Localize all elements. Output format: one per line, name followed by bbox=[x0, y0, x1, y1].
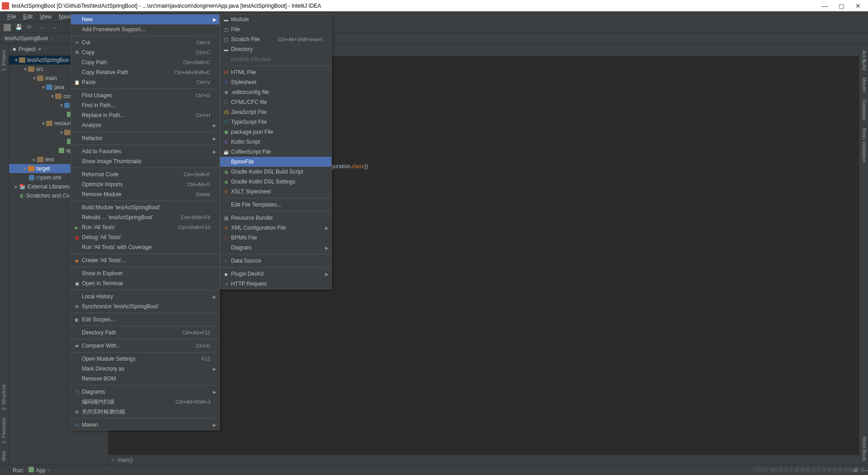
menu-item[interactable]: 📋PasteCtrl+V bbox=[71, 77, 219, 87]
menu-item[interactable]: Copy Relative PathCtrl+Alt+Shift+C bbox=[71, 67, 219, 77]
menu-item[interactable]: ⟳Synchronize 'testActSpringBoot' bbox=[71, 301, 219, 311]
menu-item[interactable]: ⧉CopyCtrl+C bbox=[71, 47, 219, 57]
menu-item[interactable]: CCFML/CFC file bbox=[220, 97, 331, 107]
right-tool-rail: Ant Build Maven Database Bean Validation… bbox=[859, 44, 868, 465]
menu-item[interactable]: Diagram▶ bbox=[220, 243, 331, 253]
rail-bean[interactable]: Bean Validation bbox=[859, 124, 868, 166]
editor-breadcrumb: › main() bbox=[108, 455, 859, 465]
menu-item[interactable]: JSJavaScript File bbox=[220, 107, 331, 117]
menu-item[interactable]: ☕CoffeeScript File bbox=[220, 147, 331, 157]
menu-item[interactable]: HHTML File bbox=[220, 67, 331, 77]
menu-item[interactable]: ⬢package.json File bbox=[220, 127, 331, 137]
check-icon: ✔ bbox=[862, 58, 866, 64]
bc-main[interactable]: main() bbox=[118, 457, 133, 463]
forward-icon[interactable]: → bbox=[51, 24, 58, 31]
menu-item[interactable]: ✂CutCtrl+X bbox=[71, 38, 219, 47]
menu-item[interactable]: 编码规约扫描Ctrl+Alt+Shift+J bbox=[71, 397, 219, 407]
menu-item[interactable]: ▶Run 'All Tests'Ctrl+Shift+F10 bbox=[71, 222, 219, 232]
menu-file[interactable]: File bbox=[4, 14, 19, 20]
menu-item[interactable]: ⬚Diagrams▶ bbox=[71, 387, 219, 397]
menu-item[interactable]: ▢File bbox=[220, 24, 331, 34]
menu-item[interactable]: Edit File Templates... bbox=[220, 200, 331, 210]
chevron-down-icon[interactable]: ▾ bbox=[38, 46, 41, 52]
window-controls: — ▢ ✕ bbox=[821, 2, 866, 9]
menu-item[interactable]: ▣Open in Terminal bbox=[71, 278, 219, 288]
menu-item[interactable]: Find UsagesCtrl+G bbox=[71, 90, 219, 100]
menu-item[interactable]: Refactor▶ bbox=[71, 133, 219, 143]
menu-edit[interactable]: Edit bbox=[19, 14, 36, 20]
menu-item[interactable]: Add Framework Support... bbox=[71, 24, 219, 34]
menu-item[interactable]: Directory PathCtrl+Alt+F12 bbox=[71, 328, 219, 338]
menu-item[interactable]: Remove ModuleDelete bbox=[71, 189, 219, 199]
sync-icon[interactable]: ⟳ bbox=[27, 24, 34, 31]
run-label: Run: bbox=[13, 467, 24, 474]
menu-item[interactable]: mMaven▶ bbox=[71, 420, 219, 430]
menu-item[interactable]: Rebuild ... 'testActSpringBoot'Ctrl+Shif… bbox=[71, 212, 219, 222]
menu-view[interactable]: View bbox=[36, 14, 55, 20]
bc-root[interactable]: › bbox=[112, 457, 114, 463]
menu-item[interactable]: KKotlin Script bbox=[220, 137, 331, 147]
menu-item[interactable]: ◆Create 'All Tests'... bbox=[71, 255, 219, 265]
menu-item[interactable]: ▬Module bbox=[220, 14, 331, 24]
menu-item[interactable]: ▬Directory bbox=[220, 44, 331, 54]
save-icon[interactable]: 💾 bbox=[15, 24, 23, 31]
menu-item[interactable]: ↗HTTP Request bbox=[220, 279, 331, 289]
close-button[interactable]: ✕ bbox=[855, 2, 861, 9]
menu-item[interactable]: module-info.java bbox=[220, 54, 331, 64]
menu-item[interactable]: Add to Favorites▶ bbox=[71, 146, 219, 156]
menu-item[interactable]: ◉Gradle Kotlin DSL Build Script bbox=[220, 167, 331, 177]
breadcrumb-item[interactable]: testActSpringBoot bbox=[5, 35, 48, 42]
menu-item[interactable]: ◐Edit Scopes... bbox=[71, 315, 219, 325]
minimize-button[interactable]: — bbox=[821, 2, 828, 9]
menu-item[interactable]: Build Module 'testActSpringBoot' bbox=[71, 202, 219, 212]
back-icon[interactable]: ← bbox=[39, 24, 46, 31]
watermark: CSDN @CR位不爱熬夜但又经常熬夜的程序员 bbox=[753, 466, 864, 474]
maximize-button[interactable]: ▢ bbox=[839, 2, 844, 9]
window-title: testActSpringBoot [D:\GithubTest\testAct… bbox=[12, 3, 821, 9]
app-icon bbox=[2, 2, 9, 9]
menu-item[interactable]: XXML Configuration File▶ bbox=[220, 223, 331, 233]
menu-item[interactable]: ⚙.editorconfig file bbox=[220, 87, 331, 97]
menu-item[interactable]: Run 'All Tests' with Coverage bbox=[71, 242, 219, 252]
menu-item[interactable]: Replace in Path...Ctrl+H bbox=[71, 110, 219, 120]
rail-web[interactable]: Web bbox=[0, 447, 9, 465]
menu-item[interactable]: ▤Resource Bundle bbox=[220, 213, 331, 223]
open-icon[interactable] bbox=[4, 24, 11, 31]
menu-item[interactable]: Show Image Thumbnails bbox=[71, 156, 219, 166]
menu-item[interactable]: TSTypeScript File bbox=[220, 117, 331, 127]
menu-item[interactable]: 🐞Debug 'All Tests' bbox=[71, 232, 219, 242]
menu-item[interactable]: ⬚BPMN File bbox=[220, 233, 331, 243]
menu-item[interactable]: Remove BOM bbox=[71, 374, 219, 384]
menu-item[interactable]: XXSLT Stylesheet bbox=[220, 187, 331, 197]
run-config[interactable]: App × bbox=[28, 467, 50, 474]
menu-item[interactable]: Optimize ImportsCtrl+Alt+O bbox=[71, 179, 219, 189]
left-tool-rail: 1: Project 2: Structure 2: Favorites Web bbox=[0, 44, 9, 465]
menu-item[interactable]: ⇄Compare With...Ctrl+D bbox=[71, 341, 219, 351]
menu-item[interactable]: ▢Scratch FileCtrl+Alt+Shift+Insert bbox=[220, 34, 331, 44]
menu-item[interactable]: Show in Explorer bbox=[71, 268, 219, 278]
menu-item[interactable]: Copy PathCtrl+Shift+C bbox=[71, 57, 219, 67]
menu-item[interactable]: ◉Gradle Kotlin DSL Settings bbox=[220, 177, 331, 187]
chevron-icon: › bbox=[51, 35, 52, 42]
sidebar-title: Project bbox=[19, 46, 35, 52]
rail-structure[interactable]: 2: Structure bbox=[0, 381, 9, 414]
menu-item[interactable]: ⬚BpmnFile bbox=[220, 157, 331, 167]
menu-item[interactable]: Analyze▶ bbox=[71, 120, 219, 130]
rail-database[interactable]: Database bbox=[859, 96, 868, 124]
titlebar: testActSpringBoot [D:\GithubTest\testAct… bbox=[0, 0, 868, 11]
menu-item[interactable]: Find in Path... bbox=[71, 100, 219, 110]
menu-item[interactable]: #Stylesheet bbox=[220, 77, 331, 87]
menu-item[interactable]: ◆Plugin DevKit▶ bbox=[220, 269, 331, 279]
menu-item[interactable]: Open Module SettingsF12 bbox=[71, 354, 219, 364]
rail-maven[interactable]: Maven bbox=[859, 74, 868, 96]
menu-item[interactable]: New▶ bbox=[71, 14, 219, 24]
menu-item[interactable]: Local History▶ bbox=[71, 292, 219, 301]
menu-item[interactable]: ⊘关闭实时检测功能 bbox=[71, 407, 219, 417]
rail-favorites[interactable]: 2: Favorites bbox=[0, 414, 9, 447]
menu-item[interactable]: ≡Data Source bbox=[220, 256, 331, 266]
new-submenu: ▬Module▢File▢Scratch FileCtrl+Alt+Shift+… bbox=[220, 14, 332, 289]
menu-item[interactable]: Mark Directory as▶ bbox=[71, 364, 219, 374]
rail-project[interactable]: 1: Project bbox=[0, 47, 9, 75]
menu-item[interactable]: Reformat CodeCtrl+Shift+F bbox=[71, 169, 219, 179]
rail-wordbook[interactable]: Word Book bbox=[859, 433, 868, 465]
